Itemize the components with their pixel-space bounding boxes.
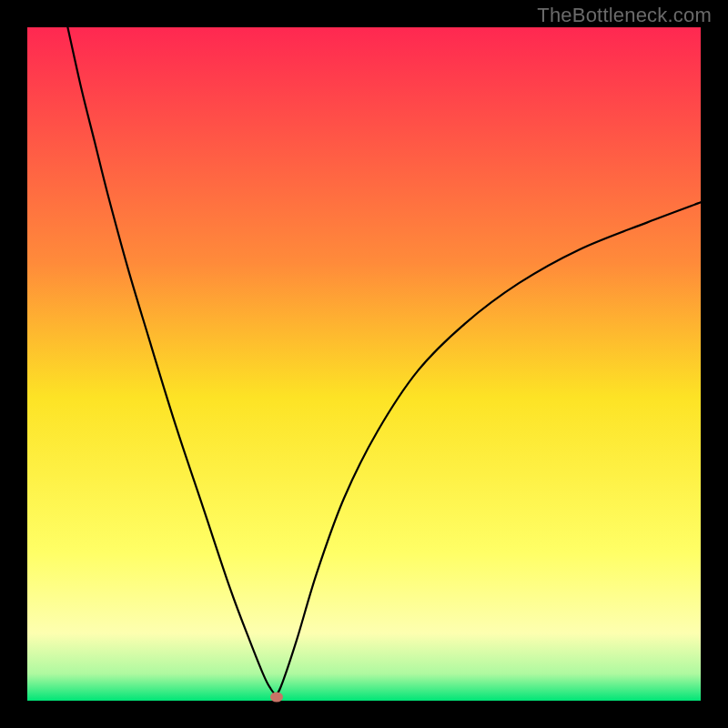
- watermark-text: TheBottleneck.com: [537, 4, 712, 27]
- curve-layer: [27, 27, 701, 701]
- plot-area: [27, 27, 701, 701]
- bottleneck-curve: [67, 27, 701, 694]
- minimum-marker-icon: [270, 693, 283, 703]
